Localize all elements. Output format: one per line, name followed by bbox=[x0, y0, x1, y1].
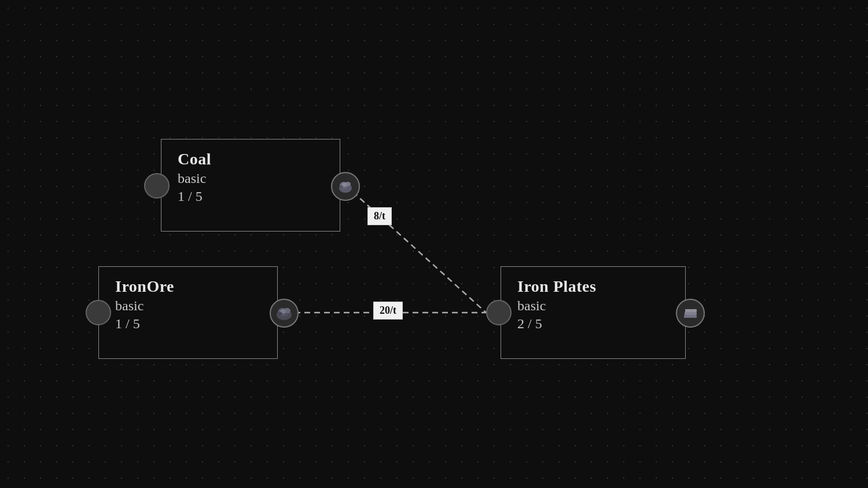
iron-plates-node[interactable]: Iron Plates basic 2 / 5 bbox=[501, 266, 686, 359]
iron-ore-input-connector[interactable] bbox=[86, 300, 111, 325]
iron-plates-input-connector[interactable] bbox=[486, 300, 512, 325]
svg-rect-11 bbox=[684, 315, 697, 318]
main-canvas: Coal basic 1 / 5 IronOre basic 1 / 5 bbox=[0, 0, 868, 488]
svg-point-9 bbox=[278, 312, 282, 315]
iron-plates-node-count: 2 / 5 bbox=[517, 316, 669, 332]
iron-ore-node-count: 1 / 5 bbox=[115, 316, 261, 332]
iron-ore-output-connector[interactable] bbox=[270, 299, 299, 328]
coal-node[interactable]: Coal basic 1 / 5 bbox=[161, 139, 340, 232]
svg-point-4 bbox=[340, 186, 343, 189]
iron-ore-node[interactable]: IronOre basic 1 / 5 bbox=[98, 266, 278, 359]
coal-rate-label: 8/t bbox=[367, 207, 392, 225]
iron-plates-icon bbox=[682, 304, 699, 322]
iron-plates-node-type: basic bbox=[517, 298, 669, 314]
coal-node-title: Coal bbox=[178, 150, 323, 168]
iron-ore-node-type: basic bbox=[115, 298, 261, 314]
coal-node-type: basic bbox=[178, 171, 323, 186]
iron-ore-rate-value: 20/t bbox=[380, 304, 396, 316]
iron-ore-icon bbox=[274, 303, 294, 323]
iron-plates-node-title: Iron Plates bbox=[517, 277, 669, 296]
coal-output-connector[interactable] bbox=[331, 172, 360, 201]
svg-rect-13 bbox=[685, 309, 697, 312]
coal-input-connector[interactable] bbox=[144, 173, 170, 199]
coal-node-count: 1 / 5 bbox=[178, 189, 323, 204]
coal-rate-value: 8/t bbox=[374, 210, 385, 222]
iron-plates-output-connector[interactable] bbox=[676, 299, 705, 328]
iron-ore-node-title: IronOre bbox=[115, 277, 261, 296]
svg-rect-12 bbox=[685, 312, 697, 315]
iron-ore-rate-label: 20/t bbox=[373, 302, 403, 320]
svg-point-10 bbox=[285, 313, 288, 316]
coal-icon bbox=[336, 177, 355, 196]
